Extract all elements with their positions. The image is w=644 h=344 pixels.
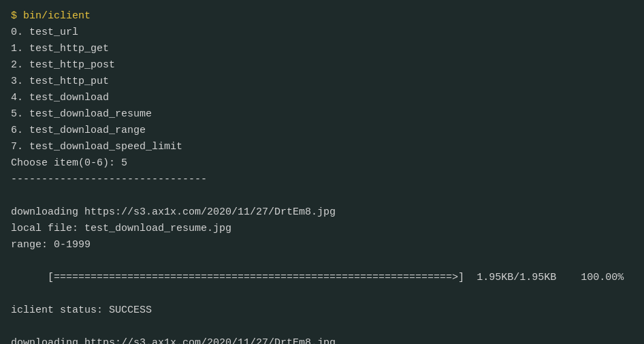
menu-item-3: 3. test_http_put — [11, 74, 633, 90]
menu-item-4: 4. test_download — [11, 90, 633, 106]
separator-line: -------------------------------- — [11, 172, 633, 188]
download-block-2: downloading https://s3.ax1x.com/2020/11/… — [11, 335, 633, 344]
block1-line3: range: 0-1999 — [11, 237, 633, 253]
menu-item-6: 6. test_download_range — [11, 123, 633, 139]
blank-line-1 — [11, 188, 633, 204]
menu-list: 0. test_url 1. test_http_get 2. test_htt… — [11, 25, 633, 155]
block1-status: iclient status: SUCCESS — [11, 302, 633, 319]
prompt-line: $ bin/iclient — [11, 8, 633, 25]
block1-line1: downloading https://s3.ax1x.com/2020/11/… — [11, 204, 633, 221]
blank-line-2 — [11, 319, 633, 335]
block1-progress-stats: 1.95KB/1.95KB 100.00% — [464, 272, 624, 283]
terminal: $ bin/iclient 0. test_url 1. test_http_g… — [11, 8, 633, 336]
menu-item-2: 2. test_http_post — [11, 57, 633, 74]
choose-prompt: Choose item(0-6): 5 — [11, 155, 633, 172]
block1-progress-bar: [=======================================… — [48, 272, 464, 283]
menu-item-0: 0. test_url — [11, 25, 633, 41]
menu-item-1: 1. test_http_get — [11, 41, 633, 57]
block1-line2: local file: test_download_resume.jpg — [11, 221, 633, 237]
menu-item-7: 7. test_download_speed_limit — [11, 139, 633, 155]
download-block-1: downloading https://s3.ax1x.com/2020/11/… — [11, 204, 633, 319]
block1-progress: [=======================================… — [11, 253, 633, 302]
block2-line1: downloading https://s3.ax1x.com/2020/11/… — [11, 335, 633, 344]
menu-item-5: 5. test_download_resume — [11, 106, 633, 123]
